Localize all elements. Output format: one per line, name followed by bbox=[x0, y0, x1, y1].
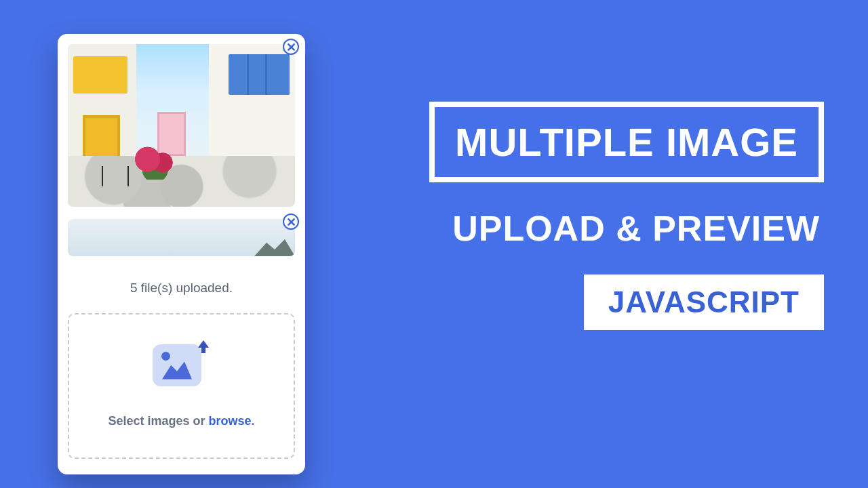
upload-status-text: 5 file(s) uploaded. bbox=[68, 281, 295, 296]
browse-link[interactable]: browse bbox=[209, 414, 252, 428]
headline-subtitle: UPLOAD & PREVIEW bbox=[452, 208, 824, 249]
headline-area: MULTIPLE IMAGE UPLOAD & PREVIEW JAVASCRI… bbox=[429, 102, 824, 330]
headline-box: MULTIPLE IMAGE bbox=[429, 102, 824, 182]
upload-card: 5 file(s) uploaded. Select images or bro… bbox=[58, 34, 305, 474]
close-icon bbox=[288, 43, 295, 51]
preview-area bbox=[68, 44, 295, 268]
dropzone-prompt-suffix: . bbox=[252, 414, 255, 428]
close-icon bbox=[288, 218, 295, 226]
dropzone-prompt-prefix: Select images or bbox=[108, 414, 208, 428]
dropzone[interactable]: Select images or browse. bbox=[68, 313, 295, 459]
preview-image bbox=[68, 219, 295, 256]
remove-image-button[interactable] bbox=[283, 214, 299, 230]
headline-badge-text: JAVASCRIPT bbox=[608, 285, 800, 319]
headline-badge: JAVASCRIPT bbox=[584, 274, 824, 330]
preview-item bbox=[68, 44, 295, 207]
remove-image-button[interactable] bbox=[283, 39, 299, 55]
preview-image bbox=[68, 44, 295, 207]
image-upload-icon bbox=[153, 344, 210, 395]
preview-item bbox=[68, 219, 295, 256]
dropzone-prompt: Select images or browse. bbox=[108, 414, 254, 428]
headline-text: MULTIPLE IMAGE bbox=[455, 119, 798, 165]
